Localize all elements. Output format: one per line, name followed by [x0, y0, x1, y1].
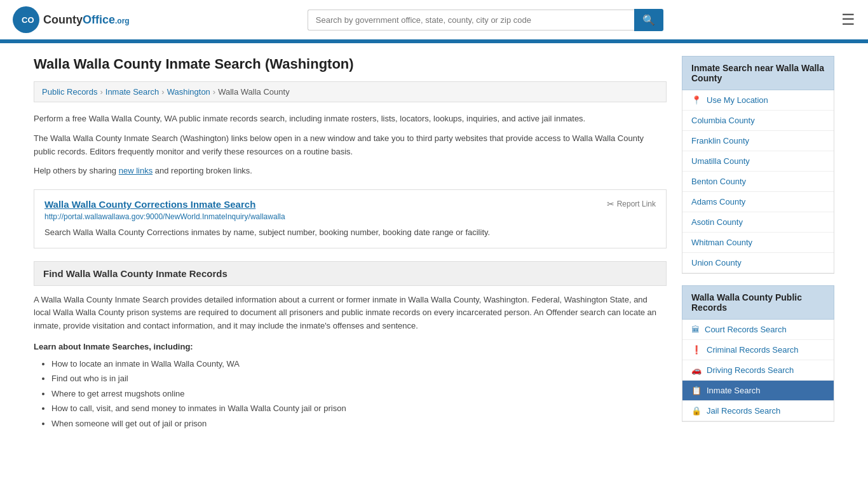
pr-link-3[interactable]: 📋 Inmate Search [682, 381, 834, 401]
report-link-btn[interactable]: ✂ Report Link [607, 199, 656, 209]
menu-button[interactable]: ☰ [841, 11, 855, 29]
public-records-links: 🏛 Court Records Search ❗ Criminal Record… [682, 320, 834, 422]
learn-heading: Learn about Inmate Searches, including: [34, 342, 667, 351]
header: CO CountyOffice.org 🔍 ☰ [0, 0, 868, 41]
search-bar: 🔍 [308, 9, 663, 31]
criminal-icon: ❗ [691, 345, 702, 355]
use-my-location-link[interactable]: 📍 Use My Location [682, 90, 834, 111]
sidebar-county-5[interactable]: Asotin County [682, 212, 834, 233]
logo-icon: CO [13, 6, 39, 33]
breadcrumb-inmate-search[interactable]: Inmate Search [105, 87, 159, 97]
pr-link-1[interactable]: ❗ Criminal Records Search [682, 340, 834, 360]
sidebar-county-1[interactable]: Franklin County [682, 131, 834, 151]
driving-icon: 🚗 [691, 365, 702, 375]
inmate-icon: 📋 [691, 386, 702, 395]
bullet-list: How to locate an inmate in Walla Walla C… [34, 356, 667, 431]
find-section-para: A Walla Walla County Inmate Search provi… [34, 294, 667, 333]
sidebar-county-6[interactable]: Whitman County [682, 233, 834, 253]
bullet-5: When someone will get out of jail or pri… [51, 416, 667, 431]
pr-link-2[interactable]: 🚗 Driving Records Search [682, 360, 834, 381]
bullet-3: Where to get arrest mugshots online [51, 386, 667, 401]
intro-para-2: The Walla Walla County Inmate Search (Wa… [34, 132, 667, 159]
breadcrumb-sep2: › [161, 87, 164, 97]
sidebar-county-0[interactable]: Columbia County [682, 111, 834, 131]
breadcrumb-walla-walla: Walla Walla County [218, 87, 289, 97]
search-input[interactable] [308, 10, 634, 30]
link-card: Walla Walla County Corrections Inmate Se… [34, 189, 667, 248]
bullet-2: Find out who is in jail [51, 371, 667, 386]
link-card-desc: Search Walla Walla County Corrections in… [44, 226, 656, 239]
link-card-url[interactable]: http://portal.wallawallawa.gov:9000/NewW… [44, 212, 656, 221]
bullet-4: How to call, visit, and send money to in… [51, 401, 667, 416]
intro-para-1: Perform a free Walla Walla County, WA pu… [34, 112, 667, 126]
find-section-header: Find Walla Walla County Inmate Records [34, 261, 667, 286]
public-records-section-title: Walla Walla County Public Records [682, 285, 834, 320]
pr-link-0[interactable]: 🏛 Court Records Search [682, 320, 834, 340]
sidebar-county-7[interactable]: Union County [682, 253, 834, 273]
court-icon: 🏛 [691, 325, 700, 334]
sidebar: Inmate Search near Walla Walla County 📍 … [682, 56, 834, 431]
bullet-1: How to locate an inmate in Walla Walla C… [51, 356, 667, 371]
page-title: Walla Walla County Inmate Search (Washin… [34, 56, 667, 72]
page-wrapper: Walla Walla County Inmate Search (Washin… [21, 43, 847, 444]
search-button[interactable]: 🔍 [634, 9, 663, 31]
location-icon: 📍 [691, 95, 702, 105]
jail-icon: 🔒 [691, 406, 702, 416]
sidebar-county-2[interactable]: Umatilla County [682, 151, 834, 172]
nearby-links: 📍 Use My Location Columbia County Frankl… [682, 90, 834, 274]
new-links-link[interactable]: new links [119, 166, 153, 175]
nearby-section-title: Inmate Search near Walla Walla County [682, 56, 834, 90]
sidebar-county-3[interactable]: Benton County [682, 172, 834, 192]
breadcrumb: Public Records › Inmate Search › Washing… [34, 81, 667, 102]
svg-text:CO: CO [22, 15, 34, 25]
logo-text: CountyOffice.org [43, 13, 130, 27]
breadcrumb-washington[interactable]: Washington [167, 87, 210, 97]
breadcrumb-sep1: › [100, 87, 102, 97]
logo-area: CO CountyOffice.org [13, 6, 130, 33]
main-content: Walla Walla County Inmate Search (Washin… [34, 56, 667, 431]
intro-para-3: Help others by sharing new links and rep… [34, 165, 667, 178]
link-card-title[interactable]: Walla Walla County Corrections Inmate Se… [44, 199, 255, 210]
sidebar-county-4[interactable]: Adams County [682, 192, 834, 212]
breadcrumb-public-records[interactable]: Public Records [42, 87, 97, 97]
breadcrumb-sep3: › [213, 87, 215, 97]
pr-link-4[interactable]: 🔒 Jail Records Search [682, 401, 834, 421]
